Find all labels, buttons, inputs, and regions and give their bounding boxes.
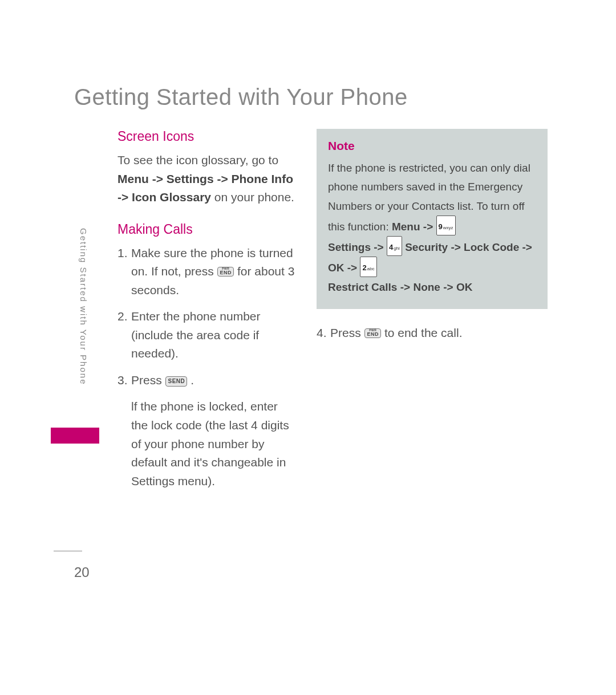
list-item: 3. Press SEND . lf the phone is locked, … <box>117 371 297 490</box>
making-calls-list: 1. Make sure the phone is turned on. If … <box>117 244 297 491</box>
step-text: Make sure the phone is turned on. If not… <box>131 244 297 300</box>
end-key-icon: PWREND <box>364 328 382 338</box>
text: To see the icon glossary, go to <box>117 153 278 166</box>
list-item: 1. Make sure the phone is turned on. If … <box>117 244 297 300</box>
side-tab-label: Getting Started with Your Phone <box>79 228 88 385</box>
text: . <box>191 373 194 387</box>
step-text: Enter the phone number (include the area… <box>131 307 297 363</box>
step-4: 4. Press PWREND to end the call. <box>317 324 553 343</box>
key-9-icon: 9wxyz <box>436 216 456 235</box>
left-column: Screen Icons To see the icon glossary, g… <box>117 129 297 498</box>
end-key-icon: PWREND <box>217 267 234 277</box>
list-item: 2. Enter the phone number (include the a… <box>117 307 297 363</box>
right-column: Note If the phone is restricted, you can… <box>317 129 553 350</box>
step-number: 3. <box>117 371 131 490</box>
screen-icons-heading: Screen Icons <box>117 129 297 144</box>
text: to end the call. <box>384 326 463 339</box>
page-number: 20 <box>74 564 90 580</box>
step-number: 2. <box>117 307 131 363</box>
note-body: If the phone is restricted, you can only… <box>328 158 536 296</box>
step-text: Press SEND . lf the phone is locked, ent… <box>131 371 297 490</box>
text: Settings -> <box>328 241 384 253</box>
page-title: Getting Started with Your Phone <box>74 84 408 110</box>
making-calls-heading: Making Calls <box>117 222 297 237</box>
note-heading: Note <box>328 139 536 153</box>
send-key-icon: SEND <box>165 376 188 387</box>
step-number: 4. <box>317 324 330 343</box>
text: Menu -> <box>392 221 433 233</box>
footer-rule <box>54 551 82 551</box>
step-text: Press PWREND to end the call. <box>330 324 553 343</box>
text: Press <box>330 326 364 339</box>
lock-code-note: lf the phone is locked, enter the lock c… <box>131 397 297 490</box>
text: Restrict Calls -> None -> OK <box>328 281 472 293</box>
side-tab-marker <box>51 428 99 444</box>
text: Press <box>131 373 165 387</box>
key-2-icon: 2abc <box>360 257 376 277</box>
note-box: Note If the phone is restricted, you can… <box>317 129 548 309</box>
screen-icons-body: To see the icon glossary, go to Menu -> … <box>117 151 297 207</box>
step-number: 1. <box>117 244 131 300</box>
list-item: 4. Press PWREND to end the call. <box>317 324 553 343</box>
manual-page: Getting Started with Your Phone Getting … <box>0 0 616 695</box>
key-4-icon: 4ghi <box>387 236 402 256</box>
text: on your phone. <box>214 190 294 204</box>
